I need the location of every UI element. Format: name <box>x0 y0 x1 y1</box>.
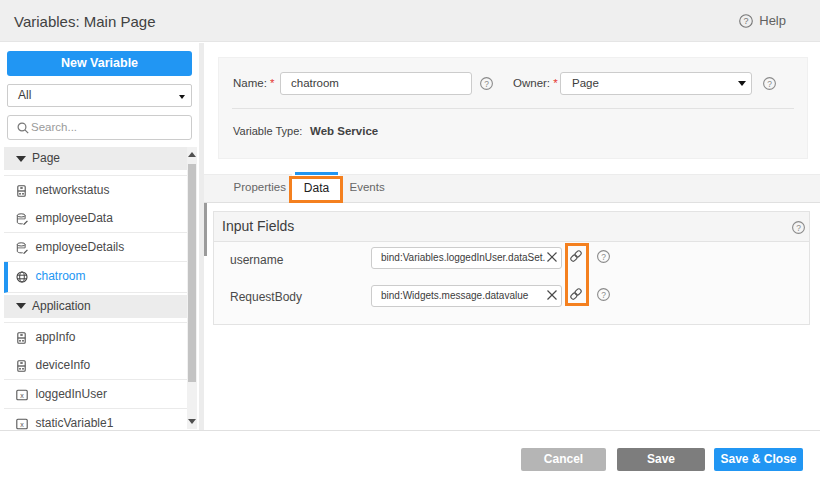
svg-text:x: x <box>20 422 24 429</box>
svg-text:?: ? <box>796 223 801 233</box>
svg-text:x: x <box>20 392 24 399</box>
svg-text:?: ? <box>744 16 749 26</box>
svg-text:?: ? <box>484 78 489 88</box>
svg-text:?: ? <box>767 78 772 88</box>
svg-text:?: ? <box>601 252 606 262</box>
svg-text:?: ? <box>601 290 606 300</box>
